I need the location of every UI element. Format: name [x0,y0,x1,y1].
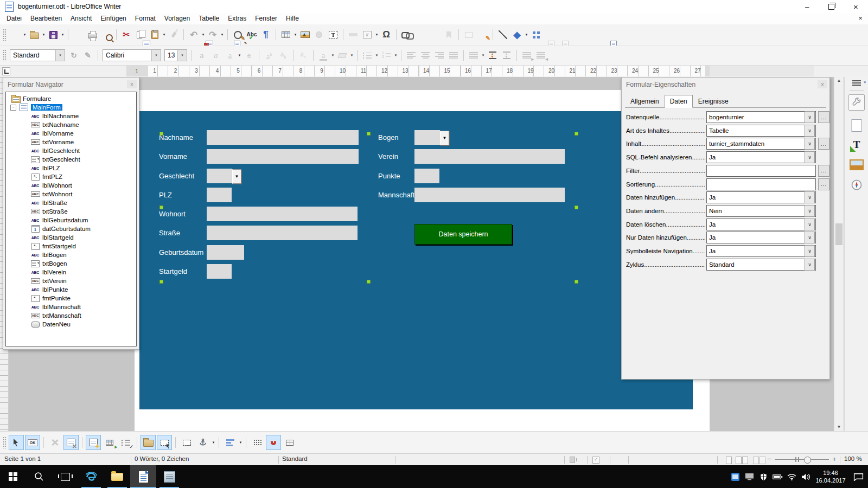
task-view-button[interactable] [52,465,78,488]
paste-dropdown-arrow[interactable]: ▾ [162,33,167,37]
anchor-dropdown-arrow[interactable]: ▾ [211,440,216,445]
styles-deck-button[interactable]: T [853,139,860,151]
tree-item-txtmannschaft[interactable]: ABCtxtMannschaft [6,311,136,320]
tree-item-lblvorname[interactable]: ABClblVorname [6,129,136,138]
undo-button[interactable]: ↶ [187,28,201,42]
dropdown-arrow-icon[interactable]: ∨ [805,259,815,271]
form-field-geschlecht[interactable] [207,169,232,183]
draw-functions-button[interactable] [529,28,543,42]
selection-handle[interactable] [575,280,578,284]
new-document-dropdown-arrow[interactable]: ▾ [22,33,27,37]
dropdown-arrow-icon[interactable]: ∨ [805,232,815,243]
tree-item-txtnachname[interactable]: ABCtxtNachname [6,120,136,129]
align-right-button[interactable] [432,48,446,62]
font-color-dropdown-arrow[interactable]: ▾ [330,53,335,57]
align-objects-dropdown-arrow[interactable]: ▾ [238,440,243,445]
insert-bookmark-button[interactable] [442,28,456,42]
dropdown-arrow-icon[interactable]: ∨ [805,191,815,203]
dropdown-arrow-icon[interactable]: ▾ [177,50,187,61]
tree-item-lblverein[interactable]: ABClblVerein [6,268,136,277]
zoom-slider-track[interactable] [775,459,829,460]
export-pdf-button[interactable] [71,28,85,42]
underline-button[interactable]: a [223,48,237,62]
menu-einfügen[interactable]: Einfügen [96,13,130,24]
insert-field-button[interactable]: # [360,28,374,42]
book-view-icon[interactable] [753,457,759,464]
file-explorer-button[interactable] [104,465,130,488]
redo-dropdown-arrow[interactable]: ▾ [220,33,225,37]
print-button[interactable] [85,28,99,42]
align-center-button[interactable] [418,48,432,62]
tab-ereignisse[interactable]: Ereignisse [693,95,734,108]
save-dropdown-arrow[interactable]: ▾ [60,33,65,37]
selection-mode-icon[interactable] [570,457,575,463]
superscript-button[interactable]: ab [262,48,276,62]
tab-daten[interactable]: Daten [665,95,693,108]
selection-handle[interactable] [575,206,578,209]
form-field-straße[interactable] [207,226,358,240]
tray-battery-button[interactable] [770,465,784,488]
basic-shapes-button[interactable]: ◆ [510,28,524,42]
dropdown-arrow-icon[interactable]: ▼ [440,131,449,145]
form-field-bogen[interactable] [414,130,440,145]
start-button[interactable] [0,465,26,488]
new-document-button[interactable] [8,28,22,42]
justify-button[interactable] [446,48,461,62]
numbered-list-dropdown-arrow[interactable]: ▾ [393,53,398,57]
snap-to-grid-button[interactable] [266,435,281,450]
spelling-button[interactable]: Abc✓ [245,28,259,42]
insert-hyperlink-button[interactable] [399,28,413,42]
undo-dropdown-arrow[interactable]: ▾ [201,33,206,37]
tree-item-lblstraße[interactable]: ABClblStraße [6,198,136,207]
form-field-geburtsdatum[interactable] [207,245,244,260]
multi-page-view-icon[interactable] [736,457,742,464]
update-style-button[interactable]: ↻ [67,48,81,62]
tray-wifi-button[interactable] [784,465,799,488]
internet-explorer-button[interactable] [78,465,104,488]
tab-stop-selector[interactable] [2,67,10,75]
tree-item-fmtpunkte[interactable]: *.fmtPunkte [6,294,136,303]
decrease-indent-button[interactable]: ◂ [534,48,548,62]
property-field-nur-daten-hinzuf-gen[interactable]: Ja [706,232,816,243]
paragraph-spacing-increase-button[interactable] [486,48,500,62]
tree-item-fmtplz[interactable]: *.fmtPLZ [6,172,136,181]
tab-allgemein[interactable]: Allgemein [625,95,665,108]
line-spacing-button[interactable] [467,48,481,62]
form-canvas[interactable]: NachnameVornameGeschlecht▼PLZWohnortStra… [139,111,693,409]
restore-button[interactable] [819,0,844,13]
signature-status-icon[interactable] [592,457,599,464]
tray-defender-button[interactable] [756,465,770,488]
print-preview-button[interactable] [99,28,113,42]
insert-endnote-button[interactable] [427,28,442,42]
dropdown-arrow-icon[interactable]: ∨ [805,111,815,123]
position-and-size-button[interactable] [179,435,194,450]
property-field-daten-hinzuf-gen[interactable]: Ja [706,191,816,203]
zoom-slider-thumb[interactable] [804,457,811,464]
insert-footnote-button[interactable] [413,28,427,42]
paragraph-spacing-decrease-button[interactable] [500,48,514,62]
notes-app-button[interactable] [156,465,182,488]
action-center-button[interactable] [848,465,868,488]
tree-item-lblplz[interactable]: ABClblPLZ [6,164,136,172]
tree-item-txtbogen[interactable]: txtBogen [6,259,136,268]
activation-order-button[interactable]: ✓ [118,435,133,450]
tray-display-button[interactable] [742,465,756,488]
more-options-button[interactable]: ... [818,111,829,123]
combo-font-size[interactable]: 13▾ [164,49,187,61]
insert-line-button[interactable] [496,28,510,42]
form-field-startgeld[interactable] [207,264,232,279]
zoom-level-status[interactable]: 100 % [844,455,862,462]
control-properties-button[interactable] [47,435,62,450]
tree-item-datenneu[interactable]: DatenNeu [6,320,136,329]
tree-item-fmtstartgeld[interactable]: *.fmtStartgeld [6,242,136,251]
zoom-out-button[interactable]: − [767,455,771,463]
scroll-up-icon[interactable]: ▲ [834,77,844,85]
selection-handle[interactable] [575,132,578,136]
select-button[interactable] [9,435,24,450]
insert-page-break-button[interactable] [346,28,360,42]
align-objects-button[interactable] [222,435,238,450]
tree-item-lblnachname[interactable]: ABClblNachname [6,112,136,120]
increase-indent-button[interactable]: ▸ [520,48,534,62]
highlight-color-button[interactable] [335,48,349,62]
selection-handle[interactable] [367,132,371,136]
